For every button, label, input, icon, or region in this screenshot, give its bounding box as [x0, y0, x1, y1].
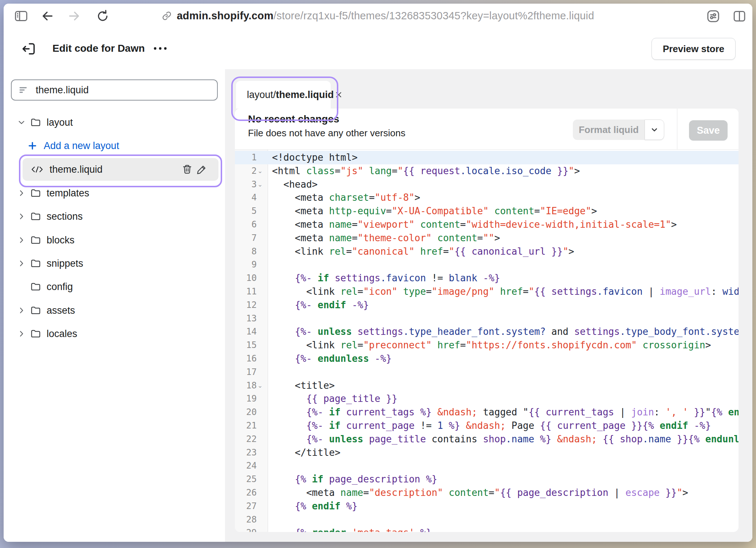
code-editor[interactable]: 1<!doctype html>2⌄<html class="js" lang=… — [235, 149, 739, 532]
sidebar-item-sections[interactable]: sections — [4, 208, 225, 225]
close-tab-icon[interactable] — [334, 90, 343, 99]
sidebar-item-config[interactable]: config — [4, 278, 225, 295]
delete-file-icon[interactable] — [180, 162, 194, 177]
format-liquid-button[interactable]: Format liquid — [573, 120, 645, 140]
line-number: 6 — [235, 218, 257, 231]
fold-toggle-icon[interactable]: ⌄ — [257, 165, 263, 178]
code-line-2[interactable]: 2⌄<html class="js" lang="{{ request.loca… — [235, 164, 739, 178]
code-text: {% if page_description %} — [272, 473, 437, 486]
code-line-25[interactable]: 25 {% if page_description %} — [235, 473, 739, 486]
header-divider — [677, 109, 677, 149]
sidebar-item-layout[interactable]: layout — [4, 114, 225, 131]
folder-icon — [30, 234, 42, 246]
file-search[interactable] — [11, 79, 218, 101]
sidebar-toggle-icon[interactable] — [13, 8, 29, 24]
chevron-right-icon[interactable] — [16, 306, 27, 315]
code-line-19[interactable]: 19 {{ page_title }} — [235, 392, 739, 406]
code-lines: 1<!doctype html>2⌄<html class="js" lang=… — [235, 151, 739, 532]
fold-toggle-icon[interactable]: ⌄ — [257, 379, 263, 393]
split-view-icon[interactable] — [731, 8, 747, 24]
code-line-16[interactable]: 16 {%- endunless -%} — [235, 352, 739, 365]
code-line-23[interactable]: 23 </title> — [235, 446, 739, 459]
folder-icon — [30, 258, 42, 269]
reload-icon[interactable] — [95, 8, 111, 24]
chevron-right-icon[interactable] — [16, 188, 27, 198]
url-bar[interactable]: admin.shopify.com/store/rzq1xu-f5/themes… — [162, 4, 594, 28]
code-line-9[interactable]: 9 — [235, 258, 739, 271]
line-number: 20 — [235, 406, 257, 419]
sidebar-item-snippets[interactable]: snippets — [4, 255, 225, 272]
code-line-5[interactable]: 5 <meta http-equiv="X-UA-Compatible" con… — [235, 204, 739, 218]
chevron-right-icon[interactable] — [16, 212, 27, 221]
code-line-15[interactable]: 15 <link rel="preconnect" href="https://… — [235, 338, 739, 352]
chevron-right-icon[interactable] — [16, 329, 27, 338]
line-number: 15 — [235, 338, 257, 352]
line-number: 9 — [235, 258, 257, 271]
line-number: 26 — [235, 486, 257, 500]
code-text: <link rel="canonical" href="{{ canonical… — [272, 245, 574, 258]
page-settings-icon[interactable] — [705, 8, 721, 24]
sidebar-item-blocks[interactable]: blocks — [4, 232, 225, 248]
tab-layout-theme-liquid[interactable]: layout/theme.liquid — [236, 81, 331, 109]
file-label: theme.liquid — [50, 164, 103, 175]
code-line-6[interactable]: 6 <meta name="viewport" content="width=d… — [235, 218, 739, 231]
code-line-26[interactable]: 26 <meta name="description" content="{{ … — [235, 486, 739, 500]
code-line-17[interactable]: 17 — [235, 365, 739, 379]
code-line-28[interactable]: 28 — [235, 513, 739, 527]
line-number: 11 — [235, 285, 257, 298]
chevron-right-icon[interactable] — [16, 235, 27, 245]
more-actions-icon[interactable] — [151, 41, 170, 56]
line-number: 23 — [235, 446, 257, 459]
browser-toolbar: admin.shopify.com/store/rzq1xu-f5/themes… — [4, 4, 752, 28]
code-line-22[interactable]: 22 {%- unless page_title contains shop.n… — [235, 432, 739, 446]
search-input[interactable] — [35, 84, 210, 96]
code-line-8[interactable]: 8 <link rel="canonical" href="{{ canonic… — [235, 245, 739, 258]
code-line-24[interactable]: 24 — [235, 459, 739, 473]
code-line-4[interactable]: 4 <meta charset="utf-8"> — [235, 191, 739, 204]
back-icon[interactable] — [39, 8, 55, 24]
preview-store-button[interactable]: Preview store — [651, 38, 736, 60]
exit-editor-icon[interactable] — [20, 40, 37, 58]
line-number: 21 — [235, 419, 257, 432]
tab-label: layout/theme.liquid — [247, 89, 334, 101]
folder-icon — [30, 305, 42, 316]
line-number: 27 — [235, 500, 257, 513]
code-line-1[interactable]: 1<!doctype html> — [235, 151, 739, 164]
code-line-20[interactable]: 20 {%- if current_tags %} &ndash; tagged… — [235, 406, 739, 419]
code-text: <meta http-equiv="X-UA-Compatible" conte… — [272, 204, 597, 218]
code-text: {% endif %} — [272, 500, 358, 513]
code-text: <link rel="preconnect" href="https://fon… — [272, 338, 711, 352]
chevron-right-icon[interactable] — [16, 259, 27, 268]
chevron-down-icon[interactable] — [16, 118, 27, 127]
folder-label: blocks — [47, 235, 75, 246]
code-line-7[interactable]: 7 <meta name="theme-color" content=""> — [235, 231, 739, 245]
plus-icon — [27, 140, 38, 151]
code-line-13[interactable]: 13 — [235, 312, 739, 325]
code-line-29[interactable]: 29 {% render 'meta-tags' %} — [235, 526, 739, 532]
status-title: No recent changes — [248, 113, 405, 125]
code-line-3[interactable]: 3⌄ <head> — [235, 178, 739, 191]
code-line-18[interactable]: 18⌄ <title> — [235, 379, 739, 392]
code-line-14[interactable]: 14 {%- unless settings.type_header_font.… — [235, 325, 739, 338]
format-options-button[interactable] — [645, 120, 664, 140]
sidebar-item-locales[interactable]: locales — [4, 325, 225, 342]
rename-file-icon[interactable] — [194, 162, 209, 177]
code-line-10[interactable]: 10 {%- if settings.favicon != blank -%} — [235, 271, 739, 285]
folder-label: config — [47, 281, 73, 293]
forward-icon[interactable] — [66, 8, 82, 24]
save-button[interactable]: Save — [689, 120, 728, 141]
sidebar-item-theme.liquid[interactable]: theme.liquid — [23, 158, 218, 181]
code-text: {% render 'meta-tags' %} — [272, 526, 432, 532]
sidebar-item-assets[interactable]: assets — [4, 302, 225, 319]
line-number: 5 — [235, 204, 257, 218]
code-line-12[interactable]: 12 {%- endif -%} — [235, 298, 739, 312]
code-text: <!doctype html> — [272, 151, 358, 164]
code-line-27[interactable]: 27 {% endif %} — [235, 500, 739, 513]
code-line-11[interactable]: 11 <link rel="icon" type="image/png" hre… — [235, 285, 739, 298]
sidebar-item-templates[interactable]: templates — [4, 185, 225, 201]
code-line-21[interactable]: 21 {%- if current_page != 1 %} &ndash; P… — [235, 419, 739, 432]
line-number: 12 — [235, 298, 257, 312]
sidebar-item-add-a-new-layout[interactable]: Add a new layout — [4, 137, 225, 154]
fold-toggle-icon[interactable]: ⌄ — [257, 178, 263, 192]
format-liquid-split-button: Format liquid — [573, 120, 664, 140]
